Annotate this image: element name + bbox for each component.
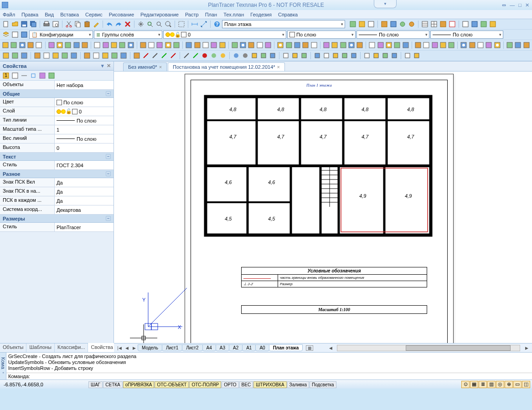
plan2-tool-36[interactable] bbox=[363, 51, 371, 60]
plan-tool-26[interactable] bbox=[239, 41, 247, 49]
cut-icon[interactable] bbox=[65, 20, 73, 28]
tray-icon-4[interactable]: ▥ bbox=[487, 381, 496, 388]
status-toggle-ШАГ[interactable]: ШАГ bbox=[88, 381, 103, 388]
plan-tool-5[interactable] bbox=[48, 41, 55, 49]
prop-ucs2[interactable]: Да bbox=[55, 187, 114, 196]
menu-modify[interactable]: Редактирование bbox=[140, 12, 179, 17]
plan2-tool-32[interactable] bbox=[322, 51, 331, 60]
status-toggle-ОТС-ОБЪЕКТ[interactable]: ОТС-ОБЪЕКТ bbox=[155, 381, 189, 388]
tool-i[interactable] bbox=[430, 20, 438, 28]
layer-selector[interactable]: 🔓 0 bbox=[163, 31, 286, 39]
prop-lweight[interactable]: По слою bbox=[55, 134, 114, 143]
plan-tool-8[interactable] bbox=[73, 41, 80, 49]
plan2-tool-15[interactable] bbox=[151, 51, 159, 60]
doc-tab-1[interactable]: Постановка на учет помещения 12.02.2014*… bbox=[168, 62, 285, 71]
menu-edit[interactable]: Правка bbox=[21, 12, 38, 17]
plan2-tool-40[interactable] bbox=[403, 51, 412, 60]
plan2-tool-13[interactable] bbox=[133, 51, 141, 60]
help-hint-icon[interactable]: ⇔ bbox=[502, 2, 506, 8]
plan-tool-47[interactable] bbox=[431, 41, 438, 49]
plan-tool-39[interactable] bbox=[356, 41, 363, 49]
plan-tool-4[interactable] bbox=[35, 41, 42, 49]
layergroups-selector[interactable]: ≣Группы слоёв bbox=[94, 31, 162, 39]
redo-icon[interactable] bbox=[114, 20, 123, 28]
plan2-tool-35[interactable] bbox=[350, 51, 358, 60]
panel-tab-props[interactable]: Свойства bbox=[88, 343, 116, 352]
save-icon[interactable] bbox=[20, 20, 28, 28]
prop-btn-6[interactable] bbox=[47, 72, 56, 80]
viewport[interactable]: План 1 этажа bbox=[114, 72, 532, 343]
plan2-tool-41[interactable] bbox=[413, 51, 421, 60]
plan-tool-21[interactable] bbox=[193, 41, 201, 49]
config-selector[interactable]: 📋Конфигурации bbox=[29, 31, 93, 39]
plan2-tool-23[interactable] bbox=[232, 51, 240, 60]
hscroll-right[interactable]: ▶ bbox=[523, 346, 530, 350]
plan-tool-51[interactable] bbox=[469, 41, 476, 49]
plan2-tool-12[interactable] bbox=[119, 51, 128, 60]
plan-tool-22[interactable] bbox=[202, 41, 209, 49]
plan-tool-57[interactable] bbox=[523, 41, 530, 49]
prop-btn-2[interactable] bbox=[11, 72, 19, 80]
plan-tool-23[interactable] bbox=[210, 41, 217, 49]
menu-help[interactable]: Справка bbox=[278, 12, 298, 17]
plan-tool-0[interactable] bbox=[2, 41, 9, 49]
plan2-tool-10[interactable] bbox=[101, 51, 109, 60]
plan2-tool-31[interactable] bbox=[313, 51, 321, 60]
plan-tool-37[interactable] bbox=[339, 41, 346, 49]
menu-file[interactable]: Файл bbox=[3, 12, 15, 17]
plan-tool-17[interactable] bbox=[156, 41, 163, 49]
plan2-tool-8[interactable] bbox=[83, 51, 91, 60]
plan-tool-38[interactable] bbox=[348, 41, 355, 49]
plan-tool-2[interactable] bbox=[19, 41, 26, 49]
plan-tool-25[interactable] bbox=[231, 41, 238, 49]
layout-grid-icon[interactable]: ▦ bbox=[306, 345, 313, 351]
plan2-tool-39[interactable] bbox=[390, 51, 398, 60]
tray-icon-2[interactable]: ▦ bbox=[470, 381, 478, 388]
plan-tool-11[interactable] bbox=[102, 41, 109, 49]
prop-btn-3[interactable] bbox=[20, 72, 28, 80]
plan-tool-27[interactable] bbox=[248, 41, 255, 49]
open-icon[interactable] bbox=[11, 20, 19, 28]
menu-service[interactable]: Сервис bbox=[85, 12, 103, 17]
plan-tool-13[interactable] bbox=[119, 41, 126, 49]
prop-ltype[interactable]: По слою bbox=[55, 116, 114, 125]
plan-tool-3[interactable] bbox=[27, 41, 34, 49]
tray-icon-3[interactable]: ≣ bbox=[479, 381, 487, 388]
plan2-tool-33[interactable] bbox=[331, 51, 340, 60]
plan2-tool-11[interactable] bbox=[110, 51, 119, 60]
plan2-tool-21[interactable] bbox=[210, 51, 218, 60]
status-toggle-Заливка[interactable]: Заливка bbox=[287, 381, 310, 388]
plan-tool-14[interactable] bbox=[127, 41, 134, 49]
layout-tab-plan[interactable]: План этажа bbox=[269, 344, 303, 351]
tool-f[interactable] bbox=[398, 20, 407, 28]
layout-tab-a3[interactable]: A3 bbox=[216, 344, 229, 351]
plan-tool-34[interactable] bbox=[310, 41, 318, 49]
plan-tool-42[interactable] bbox=[385, 41, 393, 49]
plan-tool-56[interactable] bbox=[514, 41, 522, 49]
plan-tool-40[interactable] bbox=[368, 41, 376, 49]
panel-tab-classif[interactable]: Классифи... bbox=[55, 343, 88, 352]
plan2-tool-18[interactable] bbox=[182, 51, 191, 60]
layout-tab-1[interactable]: Лист1 bbox=[162, 344, 182, 351]
section-dims[interactable]: Размеры– bbox=[0, 215, 114, 223]
tool-k[interactable] bbox=[448, 20, 456, 28]
close-icon[interactable]: ✕ bbox=[525, 2, 529, 8]
prop-height[interactable]: 0 bbox=[55, 144, 114, 152]
prop-btn-1[interactable]: 1 bbox=[2, 72, 10, 80]
plan-tool-29[interactable] bbox=[264, 41, 272, 49]
plan-tool-35[interactable] bbox=[323, 41, 330, 49]
tool-a[interactable] bbox=[349, 20, 357, 28]
layout-nav-first[interactable]: |◀ bbox=[116, 346, 123, 350]
layout-tab-a1[interactable]: A1 bbox=[242, 344, 256, 351]
color-selector[interactable]: По слою bbox=[287, 31, 356, 39]
tray-icon-5[interactable]: ◎ bbox=[496, 381, 504, 388]
plan2-tool-37[interactable] bbox=[372, 51, 380, 60]
plan-tool-6[interactable] bbox=[56, 41, 63, 49]
layout-tab-a0[interactable]: A0 bbox=[255, 344, 269, 351]
ltype-selector[interactable]: По слою bbox=[356, 31, 429, 39]
plan-tool-41[interactable] bbox=[377, 41, 384, 49]
plan2-tool-25[interactable] bbox=[250, 51, 258, 60]
cmd-input[interactable]: Команда: bbox=[6, 373, 532, 379]
panel-tab-templates[interactable]: Шаблоны bbox=[26, 343, 55, 352]
print-icon[interactable] bbox=[42, 20, 51, 28]
